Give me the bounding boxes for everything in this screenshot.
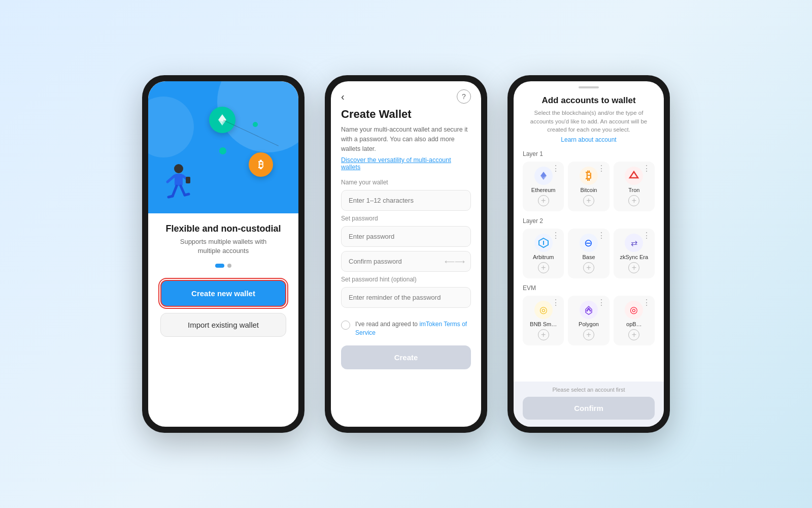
- add-accounts-title: Add accounts to wallet: [523, 96, 655, 106]
- discover-link[interactable]: Discover the versatility of multi-accoun…: [341, 156, 471, 171]
- bnb-add-button[interactable]: +: [538, 329, 549, 340]
- chain-more-opb[interactable]: ⋮: [642, 299, 651, 307]
- hero-subtitle: Supports multiple wallets withmultiple a…: [180, 237, 267, 256]
- chain-card-base: ⋮ ⊖ Base +: [568, 229, 609, 278]
- tos-row: I've read and agreed to imToken Terms of…: [341, 320, 471, 337]
- opb-name: opB…: [626, 321, 642, 327]
- phone2-form: Create Wallet Name your multi-account wa…: [331, 108, 481, 427]
- bitcoin-icon: ₿: [580, 167, 598, 185]
- hint-label: Set password hint (optional): [341, 276, 471, 283]
- back-button[interactable]: ‹: [341, 91, 345, 103]
- chain-more-bitcoin[interactable]: ⋮: [597, 165, 605, 173]
- carousel-dots: [215, 264, 231, 268]
- ethereum-icon: [534, 167, 553, 185]
- opb-add-button[interactable]: +: [628, 329, 639, 340]
- drag-handle: [579, 86, 599, 88]
- chain-card-tron: ⋮ Tron +: [614, 162, 655, 211]
- wallet-name-input[interactable]: [341, 190, 471, 211]
- polygon-add-button[interactable]: +: [583, 329, 594, 340]
- svg-line-8: [173, 186, 177, 196]
- dot-1: [215, 264, 224, 268]
- confirm-password-row: ⟵⟶: [341, 251, 471, 272]
- password-section-label: Set password: [341, 215, 471, 222]
- chain-more-bnb[interactable]: ⋮: [552, 299, 560, 307]
- import-existing-wallet-button[interactable]: Import existing wallet: [160, 313, 286, 337]
- ethereum-name: Ethereum: [531, 187, 556, 193]
- chain-card-bitcoin: ⋮ ₿ Bitcoin +: [568, 162, 609, 211]
- chain-card-zksync: ⋮ ⇄ zkSync Era +: [614, 229, 655, 278]
- confirm-button[interactable]: Confirm: [523, 397, 655, 420]
- chain-more-zksync[interactable]: ⋮: [642, 232, 651, 240]
- help-button[interactable]: ?: [457, 89, 471, 104]
- dot-2: [227, 264, 231, 268]
- phone2-header: ‹ ?: [331, 81, 481, 108]
- bnb-name: BNB Sm…: [530, 321, 557, 327]
- tos-checkbox[interactable]: [341, 321, 350, 330]
- confirm-overlay: Please select an account first Confirm: [514, 382, 664, 427]
- chain-card-opb: ⋮ ◎ opB… +: [614, 296, 655, 345]
- base-name: Base: [582, 254, 595, 260]
- bitcoin-add-button[interactable]: +: [583, 195, 594, 206]
- base-icon: ⊖: [580, 234, 598, 252]
- create-button[interactable]: Create: [341, 345, 471, 369]
- phone-3: Add accounts to wallet Select the blockc…: [507, 75, 670, 433]
- create-new-wallet-button[interactable]: Create new wallet: [160, 280, 286, 307]
- svg-line-9: [168, 196, 173, 197]
- eth-coin: [209, 107, 235, 133]
- arbitrum-name: Arbitrum: [533, 254, 554, 260]
- layer2-grid: ⋮ Arbitrum + ⋮ ⊖ Base + ⋮ ⇄: [523, 229, 655, 278]
- chain-card-polygon: ⋮ Polygon +: [568, 296, 609, 345]
- hero-title: Flexible and non-custodial: [165, 224, 281, 234]
- polygon-icon: [580, 301, 598, 319]
- tron-name: Tron: [628, 187, 639, 193]
- svg-rect-7: [186, 177, 190, 183]
- svg-line-5: [167, 176, 175, 182]
- chain-more-polygon[interactable]: ⋮: [597, 299, 605, 307]
- create-wallet-description: Name your multi-account wallet and secur…: [341, 125, 471, 153]
- learn-link[interactable]: Learn about account: [523, 136, 655, 143]
- chain-card-ethereum: ⋮ Ethereum +: [523, 162, 564, 211]
- bnb-icon: ◎: [534, 301, 553, 319]
- hero-area: ₿: [148, 81, 298, 213]
- password-input[interactable]: [341, 226, 471, 247]
- svg-marker-15: [630, 172, 638, 178]
- phone3-content: Add accounts to wallet Select the blockc…: [514, 96, 664, 427]
- layer1-grid: ⋮ Ethereum + ⋮ ₿ Bitcoin + ⋮: [523, 162, 655, 211]
- base-add-button[interactable]: +: [583, 262, 594, 273]
- chain-more-arbitrum[interactable]: ⋮: [552, 232, 560, 240]
- tos-text: I've read and agreed to imToken Terms of…: [355, 320, 471, 337]
- arbitrum-add-button[interactable]: +: [538, 262, 549, 273]
- zksync-add-button[interactable]: +: [628, 262, 639, 273]
- create-wallet-title: Create Wallet: [341, 108, 471, 121]
- hint-input[interactable]: [341, 287, 471, 308]
- zksync-name: zkSync Era: [620, 254, 649, 260]
- svg-line-10: [181, 186, 185, 195]
- name-section-label: Name your wallet: [341, 179, 471, 186]
- teal-dot-1: [219, 147, 226, 154]
- chain-card-bnb: ⋮ ◎ BNB Sm… +: [523, 296, 564, 345]
- phone-2: ‹ ? Create Wallet Name your multi-accoun…: [325, 75, 487, 433]
- svg-point-3: [174, 164, 183, 173]
- teal-dot-2: [253, 122, 258, 127]
- chain-more-base[interactable]: ⋮: [597, 232, 605, 240]
- bitcoin-name: Bitcoin: [580, 187, 597, 193]
- opb-icon: ◎: [625, 301, 643, 319]
- chain-more-ethereum[interactable]: ⋮: [552, 165, 560, 173]
- svg-line-11: [185, 194, 189, 195]
- ethereum-add-button[interactable]: +: [538, 195, 549, 206]
- arbitrum-icon: [534, 234, 553, 252]
- eye-icon: ⟵⟶: [445, 258, 465, 266]
- hint-section: Set password hint (optional): [341, 276, 471, 312]
- walking-figure: [158, 157, 199, 208]
- tron-icon: [625, 167, 643, 185]
- evm-grid: ⋮ ◎ BNB Sm… + ⋮ Polygon + ⋮ ◎: [523, 296, 655, 345]
- btc-coin: ₿: [249, 152, 273, 177]
- phone1-content: Flexible and non-custodial Supports mult…: [148, 213, 298, 427]
- select-hint: Please select an account first: [523, 387, 655, 393]
- tron-add-button[interactable]: +: [628, 195, 639, 206]
- layer1-label: Layer 1: [523, 150, 655, 157]
- chain-more-tron[interactable]: ⋮: [642, 165, 651, 173]
- evm-label: EVM: [523, 284, 655, 292]
- chain-card-arbitrum: ⋮ Arbitrum +: [523, 229, 564, 278]
- add-accounts-description: Select the blockchain(s) and/or the type…: [523, 109, 655, 134]
